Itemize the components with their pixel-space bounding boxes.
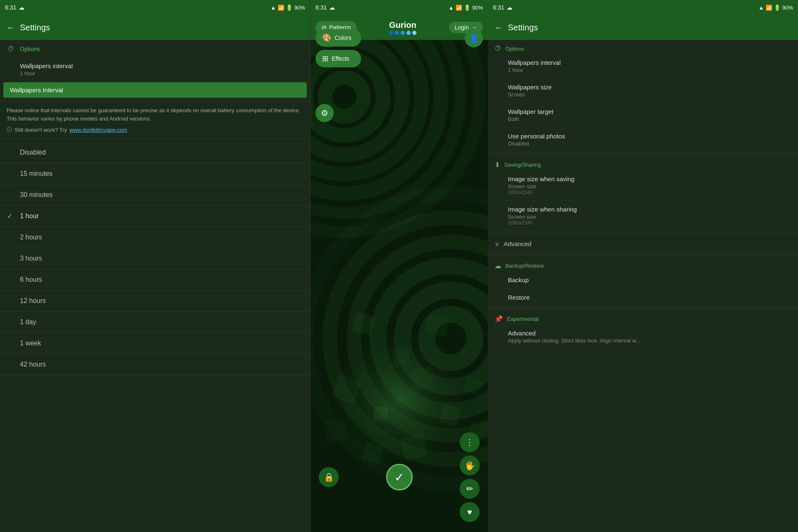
p3-iss-value2: 1080x2340	[508, 190, 791, 195]
panel-settings-interval: 6:31 ☁ ▲ 📶 🔋 90% ← Settings ⏱ Options Wa…	[0, 0, 310, 532]
p3-iss-value: Screen size	[508, 183, 791, 190]
apply-btn[interactable]: ✓	[386, 464, 413, 490]
interval-1day[interactable]: 1 day	[0, 312, 310, 333]
info-link-prefix: Still doesn't work? Try	[15, 127, 67, 133]
p3-experimental-advanced[interactable]: Advanced Apply without closing. Strict l…	[488, 325, 798, 349]
time-2: 6:31	[315, 4, 327, 11]
interval-30min-label: 30 minutes	[20, 191, 52, 199]
p3-iss-title: Image size when saving	[508, 175, 791, 182]
effects-icon: ⊞	[322, 54, 328, 63]
gear-btn[interactable]: ⚙	[315, 104, 334, 122]
p3-wallpapers-size[interactable]: Wallpapers size Screen	[488, 79, 798, 103]
wallpapers-interval-value: 1 hour	[20, 70, 303, 76]
interval-1hour[interactable]: ✓ 1 hour	[0, 206, 310, 227]
p3-ea-title: Advanced	[508, 330, 791, 337]
heart-btn[interactable]: ♥	[460, 502, 480, 522]
options-section-icon: ⏱	[495, 45, 501, 52]
wallpapers-interval-title: Wallpapers interval	[20, 62, 303, 69]
interval-42hours[interactable]: 42 hours	[0, 354, 310, 375]
p3-issh-value: Screen size	[508, 214, 791, 220]
saving-section-icon: ⬇	[495, 161, 500, 169]
effects-btn[interactable]: ⊞ Effects	[315, 50, 361, 67]
experimental-section-text: Experimental	[507, 316, 539, 322]
p3-backup[interactable]: Backup	[488, 271, 798, 289]
p3-personal-photos[interactable]: Use personal photos Disabled	[488, 128, 798, 152]
cloud-icon-1: ☁	[19, 4, 25, 11]
experimental-section: 📌 Experimental Advanced Apply without cl…	[488, 310, 798, 349]
backup-section-label: ☁ Backup/Restore	[488, 257, 798, 271]
experimental-section-icon: 📌	[495, 315, 503, 323]
options-icon: ⏱	[7, 45, 15, 53]
panel3-header: ← Settings	[488, 15, 798, 40]
interval-2hours-label: 2 hours	[20, 234, 42, 241]
colors-label: Colors	[335, 34, 351, 41]
p3-image-size-sharing[interactable]: Image size when sharing Screen size 1080…	[488, 201, 798, 231]
wifi-icon-2: ▲	[448, 5, 454, 11]
share-btn[interactable]: 🖐	[460, 456, 480, 475]
p3-restore[interactable]: Restore	[488, 289, 798, 306]
side-buttons: 🎨 Colors ⊞ Effects	[315, 29, 361, 67]
p3-wallpapers-interval[interactable]: Wallpapers interval 1 hour	[488, 54, 798, 79]
effects-label: Effects	[332, 55, 350, 62]
check-icon-1hour: ✓	[7, 212, 13, 221]
selected-item-title: Wallpapers Interval	[10, 86, 300, 94]
dot-4	[406, 31, 411, 35]
interval-6hours[interactable]: 6 hours	[0, 269, 310, 291]
interval-1day-label: 1 day	[20, 318, 36, 326]
more-icon: ⋮	[466, 437, 474, 447]
edit-btn[interactable]: ✏	[460, 479, 480, 499]
p3-image-size-saving[interactable]: Image size when saving Screen size 1080x…	[488, 170, 798, 201]
battery-icon-3: 🔋	[774, 5, 781, 11]
colors-btn[interactable]: 🎨 Colors	[315, 29, 361, 47]
interval-1week[interactable]: 1 week	[0, 333, 310, 354]
experimental-section-label: 📌 Experimental	[488, 310, 798, 325]
wallpapers-interval-item[interactable]: Wallpapers interval 1 hour	[0, 58, 310, 81]
back-button-1[interactable]: ←	[7, 23, 15, 32]
p3-pp-title: Use personal photos	[508, 133, 791, 140]
colors-icon: 🎨	[322, 33, 331, 42]
interval-disabled[interactable]: Disabled	[0, 142, 310, 163]
backup-section: ☁ Backup/Restore Backup Restore	[488, 257, 798, 306]
advanced-collapse-row[interactable]: ∨ Advanced	[488, 235, 798, 253]
selected-wallpapers-interval[interactable]: Wallpapers Interval	[3, 82, 307, 98]
wallpaper-background: 🎨 Colors ⊞ Effects ⚙ 👤 🔒 ✓	[310, 0, 488, 532]
profile-icon: 👤	[469, 33, 479, 43]
interval-2hours[interactable]: 2 hours	[0, 227, 310, 248]
p3-restore-title: Restore	[508, 294, 791, 301]
status-bar-2: 6:31 ☁ ▲ 📶 🔋 90%	[310, 0, 488, 15]
info-box: Please notice that intervals cannot be g…	[0, 101, 310, 139]
status-bar-1: 6:31 ☁ ▲ 📶 🔋 90%	[0, 0, 310, 15]
divider-1	[488, 154, 798, 154]
saving-section-text: Saving/Sharing	[504, 162, 541, 168]
back-button-3[interactable]: ←	[495, 23, 503, 32]
interval-3hours-label: 3 hours	[20, 255, 42, 262]
cloud-icon-3: ☁	[507, 4, 512, 11]
interval-30min[interactable]: 30 minutes	[0, 185, 310, 206]
time-1: 6:31	[5, 4, 16, 11]
p3-backup-title: Backup	[508, 276, 791, 283]
panel-main-app: 6:31 ☁ ▲ 📶 🔋 90% ⊘ Patterns Gurion	[310, 0, 488, 532]
interval-15min[interactable]: 15 minutes	[0, 163, 310, 185]
battery-pct-1: 90%	[294, 5, 305, 11]
dontkillmyapp-link[interactable]: www.dontkillmyapp.com	[69, 127, 127, 133]
options-section: ⏱ Options Wallpapers interval 1 hour Wal…	[488, 40, 798, 152]
p3-wallpaper-target[interactable]: Wallpaper target Both	[488, 103, 798, 128]
dot-2	[395, 31, 399, 35]
lock-btn[interactable]: 🔒	[319, 467, 339, 487]
cloud-icon-2: ☁	[329, 4, 335, 11]
panel-settings-full: 6:31 ☁ ▲ 📶 🔋 90% ← Settings ⏱ Options Wa…	[488, 0, 798, 532]
signal-icon-2: 📶	[456, 5, 462, 11]
advanced-collapse-label: Advanced	[504, 240, 532, 247]
more-btn[interactable]: ⋮	[460, 432, 480, 452]
battery-pct-2: 90%	[472, 5, 483, 11]
p3-ws-value: Screen	[508, 91, 791, 98]
bottom-controls: 🔒 ✓ ⋮ 🖐 ✏ ♥	[310, 426, 488, 532]
p3-wt-title: Wallpaper target	[508, 108, 791, 115]
panel3-title: Settings	[508, 23, 538, 32]
app-title: Gurion	[389, 20, 416, 30]
profile-btn[interactable]: 👤	[465, 29, 483, 47]
p3-wi-value: 1 hour	[508, 67, 791, 73]
interval-3hours[interactable]: 3 hours	[0, 248, 310, 269]
battery-pct-3: 90%	[782, 5, 793, 11]
interval-12hours[interactable]: 12 hours	[0, 291, 310, 312]
